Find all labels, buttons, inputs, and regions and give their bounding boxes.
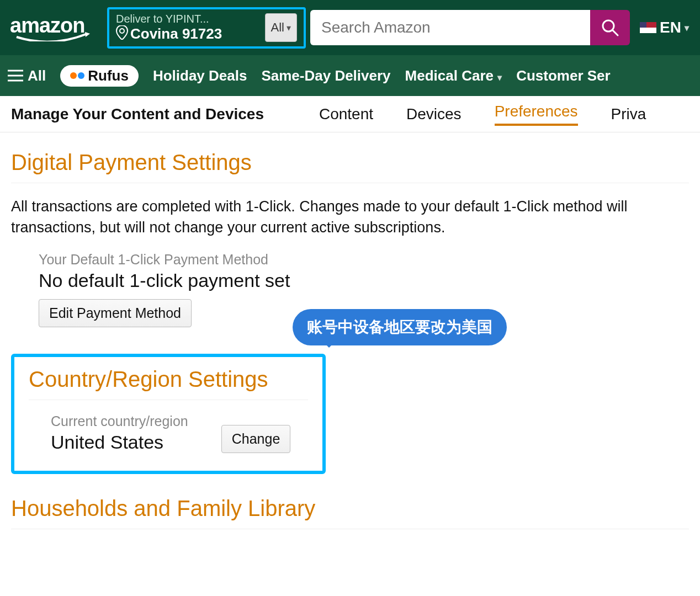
tab-devices[interactable]: Devices	[406, 105, 462, 123]
rufus-dot-icon	[78, 72, 84, 79]
nav-same-day-delivery[interactable]: Same-Day Delivery	[261, 67, 390, 84]
deliver-city: Covina 91723	[116, 25, 262, 43]
edit-payment-method-button[interactable]: Edit Payment Method	[39, 299, 192, 327]
payment-description: All transactions are completed with 1-Cl…	[11, 196, 689, 238]
tab-preferences[interactable]: Preferences	[495, 103, 578, 126]
content-tabs: Manage Your Content and Devices Content …	[0, 96, 700, 132]
search-category-dropdown[interactable]: All ▾	[265, 13, 297, 42]
search-category-label: All	[271, 20, 284, 35]
language-label: EN	[660, 19, 681, 36]
households-heading: Households and Family Library	[11, 496, 689, 521]
nav-medical-care[interactable]: Medical Care ▾	[405, 67, 502, 84]
rufus-dot-icon	[70, 72, 77, 79]
rufus-button[interactable]: Rufus	[60, 65, 139, 87]
amazon-logo[interactable]: amazon	[6, 14, 103, 41]
deliver-to-label: Deliver to YIPINT...	[116, 13, 262, 25]
location-pin-icon	[116, 25, 128, 43]
all-menu[interactable]: All	[8, 67, 46, 84]
nav-holiday-deals[interactable]: Holiday Deals	[153, 67, 247, 84]
payment-method-label: Your Default 1-Click Payment Method	[39, 252, 689, 268]
search-bar	[310, 10, 630, 45]
chevron-down-icon: ▾	[685, 23, 689, 33]
language-selector[interactable]: EN ▾	[634, 19, 694, 36]
deliver-to-box[interactable]: Deliver to YIPINT... Covina 91723 All ▾	[107, 7, 306, 49]
annotation-callout: 账号中设备地区要改为美国	[293, 309, 507, 345]
top-nav: amazon Deliver to YIPINT... Covina 91723…	[0, 0, 700, 55]
nav-customer-service[interactable]: Customer Ser	[516, 67, 611, 84]
payment-method-value: No default 1-click payment set	[39, 270, 689, 291]
deliver-city-text: Covina 91723	[130, 25, 222, 42]
country-region-heading: Country/Region Settings	[29, 367, 308, 392]
nav-medical-care-label: Medical Care	[405, 67, 494, 84]
current-country-value: United States	[51, 432, 188, 453]
search-button[interactable]	[590, 10, 630, 45]
svg-line-2	[613, 30, 618, 35]
change-country-button[interactable]: Change	[221, 425, 291, 453]
country-region-box: Country/Region Settings Current country/…	[11, 354, 326, 474]
chevron-down-icon: ▾	[497, 73, 502, 82]
chevron-down-icon: ▾	[287, 23, 291, 33]
hamburger-icon	[8, 70, 23, 82]
main-content: Digital Payment Settings All transaction…	[0, 132, 700, 554]
divider	[29, 400, 308, 400]
us-flag-icon	[640, 22, 656, 33]
page-title: Manage Your Content and Devices	[11, 105, 264, 123]
current-country-label: Current country/region	[51, 413, 188, 429]
divider	[11, 183, 689, 183]
search-input[interactable]	[310, 10, 590, 45]
secondary-nav: All Rufus Holiday Deals Same-Day Deliver…	[0, 55, 700, 96]
divider	[11, 529, 689, 529]
digital-payment-heading: Digital Payment Settings	[11, 150, 689, 175]
tab-privacy[interactable]: Priva	[611, 105, 646, 123]
all-menu-label: All	[28, 67, 46, 84]
rufus-label: Rufus	[88, 67, 129, 84]
tab-content[interactable]: Content	[319, 105, 373, 123]
svg-text:amazon: amazon	[10, 14, 84, 37]
search-icon	[601, 18, 619, 37]
